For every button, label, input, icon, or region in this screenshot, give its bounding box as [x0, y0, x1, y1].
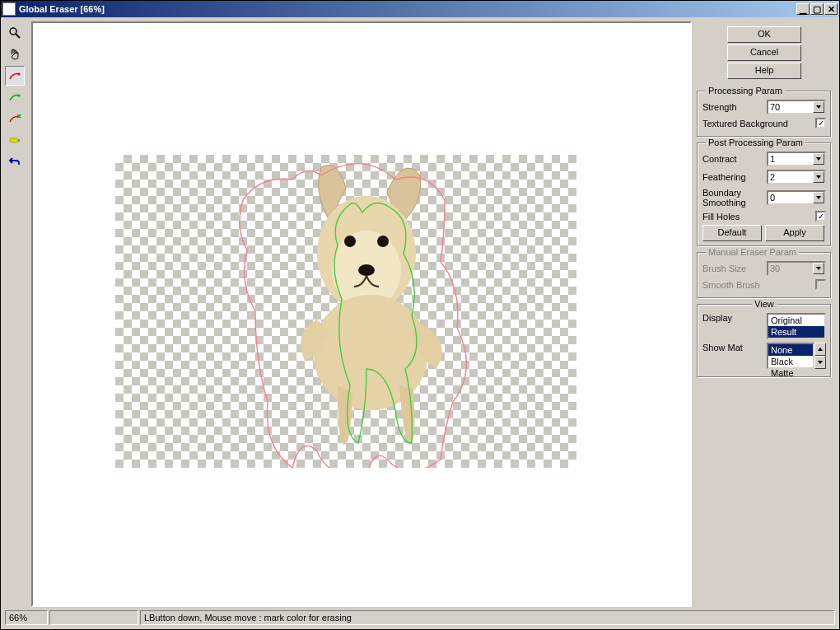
fill-holes-label: Fill Holes: [702, 212, 812, 222]
svg-rect-7: [18, 139, 20, 142]
show-mat-option-none[interactable]: None: [768, 344, 813, 356]
default-button[interactable]: Default: [702, 225, 762, 241]
display-option-original[interactable]: Original: [768, 315, 824, 326]
boundary-smoothing-label: Boundary Smoothing: [702, 188, 763, 208]
boundary-smoothing-combo[interactable]: [767, 190, 826, 205]
chevron-up-icon: [818, 348, 823, 351]
minimize-button[interactable]: ▁: [796, 3, 810, 15]
chevron-down-icon: [816, 175, 821, 179]
app-window: Global Eraser [66%] ▁ ▢ ✕: [0, 0, 840, 630]
chevron-down-icon: [816, 267, 821, 270]
display-label: Display: [702, 313, 763, 323]
erase-mark-tool[interactable]: [5, 66, 25, 86]
undo-tool[interactable]: [5, 152, 25, 171]
close-icon: ✕: [828, 4, 835, 15]
show-mat-scroll-up[interactable]: [814, 343, 826, 356]
post-processing-legend: Post Processing Param: [706, 138, 805, 147]
keep-mark-icon: [8, 91, 21, 104]
minimize-icon: ▁: [800, 4, 806, 15]
post-processing-param-group: Post Processing Param Contract Featherin…: [697, 142, 832, 247]
textured-bg-checkbox[interactable]: [815, 118, 826, 128]
status-empty: [49, 610, 138, 625]
close-button[interactable]: ✕: [824, 3, 838, 15]
display-option-result[interactable]: Result: [768, 326, 824, 338]
svg-point-10: [344, 236, 356, 247]
brush-size-label: Brush Size: [702, 264, 763, 273]
status-zoom: 66%: [5, 610, 48, 625]
smooth-brush-checkbox: [815, 279, 826, 290]
boundary-smoothing-input[interactable]: [768, 192, 813, 203]
help-button[interactable]: Help: [727, 63, 801, 79]
subject-image: [115, 155, 576, 468]
textured-bg-label: Textured Background: [702, 119, 812, 128]
brush-icon: [8, 133, 21, 147]
manual-eraser-group: Manual Eraser Param Brush Size Smooth Br…: [697, 252, 832, 299]
show-mat-scroll-down[interactable]: [814, 356, 826, 369]
brush-size-input: [768, 263, 813, 274]
show-mat-listbox[interactable]: None Black Matte: [767, 343, 826, 369]
brush-size-combo: [767, 261, 826, 276]
hand-tool[interactable]: [5, 44, 25, 64]
brush-tool[interactable]: [5, 130, 25, 150]
app-icon: [2, 2, 16, 16]
strength-input[interactable]: [768, 101, 813, 113]
brush-size-dropdown-button: [813, 263, 824, 274]
contract-input[interactable]: [768, 153, 813, 165]
undo-icon: [8, 155, 21, 168]
chevron-down-icon: [816, 157, 821, 161]
contract-dropdown-button[interactable]: [813, 153, 824, 165]
erase-mark-icon: [8, 69, 21, 82]
apply-button[interactable]: Apply: [765, 225, 824, 241]
left-toolbar: [3, 20, 30, 609]
contract-combo[interactable]: [767, 152, 826, 166]
chevron-down-icon: [818, 361, 823, 364]
status-bar: 66% LButton down, Mouse move : mark colo…: [3, 609, 837, 627]
processing-param-group: Processing Param Strength Textured Backg…: [697, 91, 832, 138]
show-mat-option-black[interactable]: Black Matte: [768, 356, 813, 367]
ok-button[interactable]: OK: [727, 26, 801, 43]
show-mat-label: Show Mat: [702, 343, 763, 352]
contract-label: Contract: [702, 154, 763, 164]
maximize-button[interactable]: ▢: [810, 3, 824, 15]
svg-point-3: [18, 95, 21, 97]
view-legend: View: [752, 299, 777, 309]
strength-combo[interactable]: [767, 100, 826, 114]
window-title: Global Eraser [66%]: [19, 4, 796, 14]
maximize-icon: ▢: [813, 4, 821, 15]
svg-line-1: [16, 34, 20, 38]
canvas[interactable]: [31, 21, 692, 607]
feathering-combo[interactable]: [767, 170, 826, 184]
fill-holes-checkbox[interactable]: [815, 211, 826, 222]
boundary-dropdown-button[interactable]: [813, 192, 824, 203]
zoom-tool[interactable]: [5, 23, 25, 43]
svg-point-0: [10, 28, 16, 35]
display-listbox[interactable]: Original Result: [767, 313, 826, 339]
smooth-brush-label: Smooth Brush: [702, 280, 812, 290]
main-area: OK Cancel Help Processing Param Strength: [1, 17, 839, 629]
svg-point-12: [358, 264, 375, 276]
titlebar: Global Eraser [66%] ▁ ▢ ✕: [1, 1, 839, 17]
status-message: LButton down, Mouse move : mark color fo…: [140, 610, 835, 625]
remove-mark-icon: [8, 112, 21, 125]
remove-mark-tool[interactable]: [5, 109, 25, 128]
strength-dropdown-button[interactable]: [813, 101, 824, 113]
chevron-down-icon: [816, 196, 821, 199]
feathering-dropdown-button[interactable]: [813, 171, 824, 183]
svg-rect-6: [10, 138, 18, 142]
cancel-button[interactable]: Cancel: [727, 44, 801, 61]
svg-point-11: [377, 236, 389, 247]
view-group: View Display Original Result Show Mat No…: [697, 304, 832, 378]
svg-point-2: [18, 73, 21, 76]
keep-mark-tool[interactable]: [5, 87, 25, 107]
right-panel: OK Cancel Help Processing Param Strength: [693, 20, 837, 609]
feathering-input[interactable]: [768, 171, 813, 183]
processing-legend: Processing Param: [706, 86, 785, 96]
chevron-down-icon: [816, 105, 821, 109]
strength-label: Strength: [702, 102, 763, 112]
hand-icon: [8, 48, 21, 61]
manual-eraser-legend: Manual Eraser Param: [706, 247, 799, 257]
zoom-icon: [8, 26, 21, 40]
canvas-content: [115, 155, 576, 468]
feathering-label: Feathering: [702, 172, 763, 182]
